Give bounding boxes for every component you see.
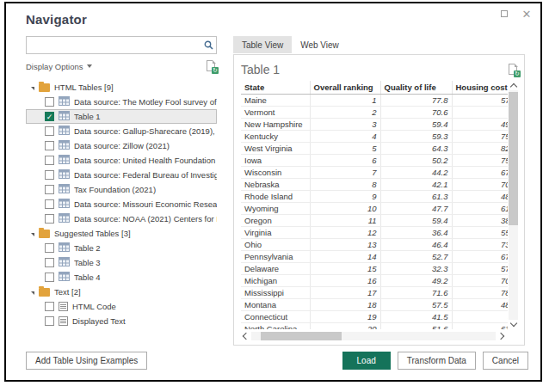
- checkbox-unchecked[interactable]: [45, 214, 54, 224]
- tree-item-data-source-gallup-sharecare-2019-cen[interactable]: Data source: Gallup-Sharecare (2019), Ce…: [26, 124, 217, 138]
- display-options-dropdown[interactable]: Display Options: [26, 62, 92, 71]
- checkbox-unchecked[interactable]: [45, 185, 54, 194]
- horizontal-scroll-thumb[interactable]: [261, 332, 342, 340]
- vertical-scroll-thumb[interactable]: [509, 92, 518, 225]
- tree-item-data-source-united-health-foundation-2[interactable]: Data source: United Health Foundation (2…: [26, 153, 217, 168]
- cell-value: 49.4: [452, 119, 508, 131]
- load-button[interactable]: Load: [342, 352, 391, 370]
- refresh-list-icon[interactable]: ↻: [206, 60, 217, 73]
- expand-triangle-icon[interactable]: [31, 291, 34, 295]
- tree-item-label: Data source: NOAA (2021) Centers for Dis…: [74, 214, 217, 224]
- search-input[interactable]: [27, 40, 200, 50]
- search-icon[interactable]: [200, 40, 216, 50]
- expand-triangle-icon[interactable]: [31, 87, 34, 90]
- cell-value: 49.2: [380, 275, 452, 287]
- tree-item-label: Table 3: [74, 258, 101, 267]
- checkbox-unchecked[interactable]: [45, 141, 54, 150]
- table-icon: [59, 272, 70, 283]
- checkbox-unchecked[interactable]: [45, 258, 54, 267]
- cell-value: 78.9: [452, 287, 508, 299]
- table-row: Mississippi1771.678.9: [241, 287, 508, 299]
- cell-value: 67.6: [452, 167, 508, 179]
- scroll-right-icon[interactable]: [497, 332, 506, 340]
- cell-value: 32.3: [380, 263, 452, 275]
- cell-value: 77.8: [380, 95, 452, 107]
- column-header-state: State: [241, 81, 310, 95]
- cell-value: 71.6: [380, 287, 452, 299]
- tab-table-view[interactable]: Table View: [233, 36, 292, 53]
- tree-folder-row[interactable]: Text [2]: [26, 285, 217, 299]
- checkbox-unchecked[interactable]: [45, 273, 54, 282]
- tree-item-label: Data source: Gallup-Sharecare (2019), Ce…: [74, 126, 217, 136]
- checkbox-unchecked[interactable]: [45, 156, 54, 165]
- cell-value: 44.2: [380, 167, 452, 179]
- expand-triangle-icon[interactable]: [31, 233, 34, 236]
- cell-value: 16: [310, 275, 380, 287]
- cell-value: 67.2: [452, 251, 508, 263]
- column-header-housing-cost: Housing cost: [452, 81, 508, 95]
- tree-item-label: Data source: Missouri Economic Research.…: [74, 199, 217, 209]
- tree-item-data-source-the-motley-fool-survey-of-1[interactable]: Data source: The Motley Fool survey of 1…: [26, 95, 217, 109]
- cell-value: 1: [310, 95, 380, 107]
- tree-item-data-source-noaa-2021-centers-for-dis[interactable]: Data source: NOAA (2021) Centers for Dis…: [26, 211, 217, 226]
- tab-web-view[interactable]: Web View: [292, 36, 348, 53]
- table-icon: [59, 213, 70, 224]
- checkbox-unchecked[interactable]: [45, 126, 54, 136]
- tree-folder-row[interactable]: Suggested Tables [3]: [26, 226, 217, 241]
- tree-item-label: Data source: Federal Bureau of Investiga…: [74, 170, 217, 180]
- cell-state: Kentucky: [241, 131, 310, 143]
- transform-data-button[interactable]: Transform Data: [398, 352, 476, 370]
- tree-item-html-code[interactable]: HTML Code: [26, 299, 217, 314]
- dialog-content: Display Options ↻ HTML Tables [9]Data so…: [6, 33, 540, 346]
- tree-item-label: Table 1: [74, 112, 101, 121]
- tree-folder-label: Text [2]: [54, 287, 81, 297]
- vertical-scrollbar[interactable]: [508, 81, 519, 329]
- tree-folder-row[interactable]: HTML Tables [9]: [26, 80, 217, 95]
- cell-state: Michigan: [241, 275, 310, 287]
- cell-state: Oregon: [241, 215, 310, 227]
- cell-value: 3: [310, 119, 380, 131]
- tree-item-table-2[interactable]: Table 2: [26, 241, 217, 255]
- tree-item-displayed-text[interactable]: Displayed Text: [26, 314, 217, 328]
- cell-value: 48.9: [452, 191, 508, 203]
- checkbox-unchecked[interactable]: [45, 199, 54, 209]
- horizontal-scrollbar[interactable]: [241, 329, 519, 341]
- cell-state: Wisconsin: [241, 167, 310, 179]
- left-panel: Display Options ↻ HTML Tables [9]Data so…: [26, 36, 217, 346]
- cell-state: Pennsylvania: [241, 251, 310, 263]
- tree-item-data-source-missouri-economic-research[interactable]: Data source: Missouri Economic Research.…: [26, 197, 217, 211]
- table-viewport: StateOverall rankingQuality of lifeHousi…: [241, 81, 508, 329]
- search-box: [26, 36, 217, 54]
- add-table-using-examples-button[interactable]: Add Table Using Examples: [26, 352, 147, 370]
- checkbox-unchecked[interactable]: [45, 243, 54, 253]
- table-row: Virginia1236.455.2: [241, 227, 508, 239]
- cell-value: 42.1: [380, 179, 452, 191]
- maximize-button[interactable]: [497, 7, 511, 21]
- cell-value: 59.3: [380, 131, 452, 143]
- checkbox-unchecked[interactable]: [45, 97, 54, 107]
- cell-value: 63.7: [452, 323, 508, 330]
- scroll-up-icon[interactable]: [509, 82, 518, 90]
- table-icon: [59, 111, 70, 122]
- table-icon: [59, 169, 70, 181]
- scroll-left-icon[interactable]: [241, 332, 250, 340]
- tree-item-table-4[interactable]: Table 4: [26, 270, 217, 285]
- checkbox-unchecked[interactable]: [45, 302, 54, 311]
- refresh-preview-icon[interactable]: ↻: [508, 64, 519, 77]
- checkbox-checked[interactable]: ✓: [45, 112, 54, 121]
- tree-item-data-source-zillow-2021[interactable]: Data source: Zillow (2021): [26, 138, 217, 153]
- checkbox-unchecked[interactable]: [45, 170, 54, 180]
- checkbox-unchecked[interactable]: [45, 316, 54, 326]
- cell-value: 47.7: [380, 203, 452, 215]
- table-row: Ohio1346.473.8: [241, 239, 508, 251]
- tree-item-table-1[interactable]: ✓Table 1: [26, 109, 217, 124]
- close-button[interactable]: ✕: [520, 7, 534, 21]
- cell-value: 75.7: [452, 155, 508, 167]
- table-icon: [59, 199, 70, 210]
- tree-item-table-3[interactable]: Table 3: [26, 255, 217, 270]
- tree-item-data-source-federal-bureau-of-investigat[interactable]: Data source: Federal Bureau of Investiga…: [26, 168, 217, 182]
- cancel-button[interactable]: Cancel: [483, 352, 528, 370]
- tree-item-label: Table 4: [74, 273, 101, 282]
- scroll-down-icon[interactable]: [509, 320, 518, 328]
- tree-item-tax-foundation-2021[interactable]: Tax Foundation (2021): [26, 182, 217, 197]
